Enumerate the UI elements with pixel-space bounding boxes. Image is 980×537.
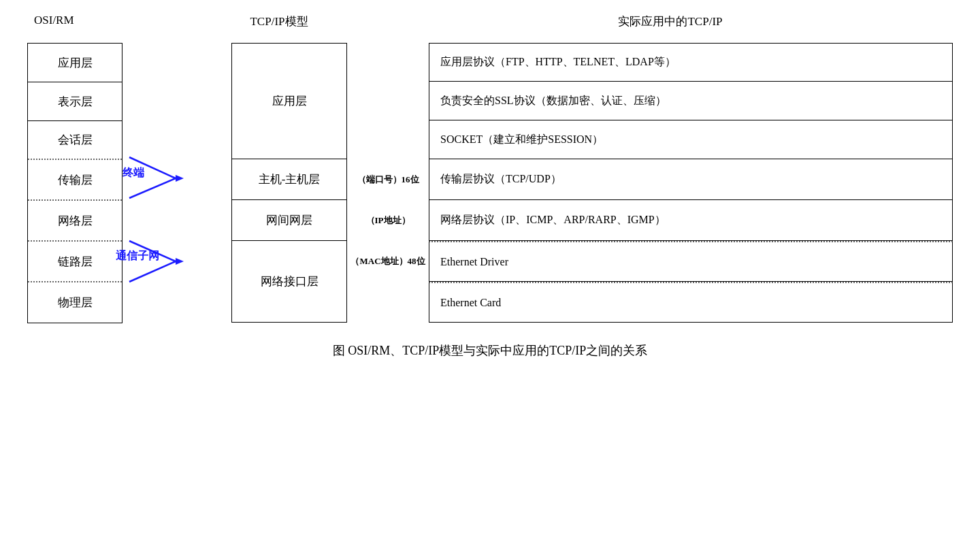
actual-network: 网络层协议（IP、ICMP、ARP/RARP、IGMP） — [429, 200, 953, 241]
ip-label: （IP地址） — [366, 214, 410, 227]
actual-ethernet-card: Ethernet Card — [429, 282, 953, 323]
actual-column: 应用层协议（FTP、HTTP、TELNET、LDAP等） 负责安全的SSL协议（… — [429, 43, 953, 323]
tcp-application: 应用层 — [231, 43, 347, 159]
actual-transport: 传输层协议（TCP/UDP） — [429, 159, 953, 200]
osi-column: 应用层 表示层 会话层 传输层 网络层 链路层 物理层 — [27, 43, 122, 323]
tcp-internet: 网间网层 — [231, 200, 347, 241]
arrows-svg: 终端 通信子网 — [122, 43, 231, 323]
tcp-column: 应用层 主机-主机层 网间网层 网络接口层 — [231, 43, 347, 323]
addr-port: （端口号）16位 — [347, 159, 429, 200]
port-label: （端口号）16位 — [357, 174, 419, 186]
addr-mac: （MAC地址）48位 — [347, 241, 429, 282]
svg-marker-5 — [176, 258, 184, 265]
osi-physical: 物理层 — [28, 282, 122, 323]
diagram-main: 应用层 表示层 会话层 传输层 网络层 链路层 物理层 — [27, 43, 953, 323]
addr-ip: （IP地址） — [347, 200, 429, 241]
osi-presentation: 表示层 — [28, 82, 122, 121]
terminal-label: 终端 — [122, 167, 144, 178]
svg-line-1 — [129, 178, 176, 198]
subnet-label: 通信子网 — [116, 249, 159, 261]
addr-spacer-top — [347, 43, 429, 159]
page-container: OSI/RM TCP/IP模型 实际应用中的TCP/IP 应用层 表示层 会话层… — [0, 0, 980, 537]
actual-ssl: 负责安全的SSL协议（数据加密、认证、压缩） — [429, 82, 953, 120]
tcp-netinterface: 网络接口层 — [231, 241, 347, 323]
actual-socket: SOCKET（建立和维护SESSION） — [429, 120, 953, 159]
osi-app: 应用层 — [28, 44, 122, 82]
osi-network: 网络层 — [28, 201, 122, 242]
svg-marker-2 — [176, 175, 184, 182]
osi-datalink: 链路层 — [28, 242, 122, 282]
diagram-wrapper: 应用层 表示层 会话层 传输层 网络层 链路层 物理层 — [27, 43, 953, 323]
osi-session: 会话层 — [28, 121, 122, 160]
actual-ethernet-driver: Ethernet Driver — [429, 241, 953, 282]
header-osi: OSI/RM — [34, 14, 170, 29]
header-tcp: TCP/IP模型 — [170, 14, 388, 29]
caption: 图 OSI/RM、TCP/IP模型与实际中应用的TCP/IP之间的关系 — [27, 342, 953, 359]
addr-spacer-bottom — [347, 282, 429, 323]
header-actual: 实际应用中的TCP/IP — [388, 14, 953, 29]
arrows-area: 终端 通信子网 — [122, 43, 231, 323]
mac-label: （MAC地址）48位 — [350, 255, 425, 267]
addr-column: （端口号）16位 （IP地址） （MAC地址）48位 — [347, 43, 429, 323]
tcp-host: 主机-主机层 — [231, 159, 347, 200]
header-row: OSI/RM TCP/IP模型 实际应用中的TCP/IP — [27, 14, 953, 29]
svg-line-4 — [129, 261, 176, 282]
actual-app-protocol: 应用层协议（FTP、HTTP、TELNET、LDAP等） — [429, 43, 953, 82]
osi-transport: 传输层 — [28, 160, 122, 201]
